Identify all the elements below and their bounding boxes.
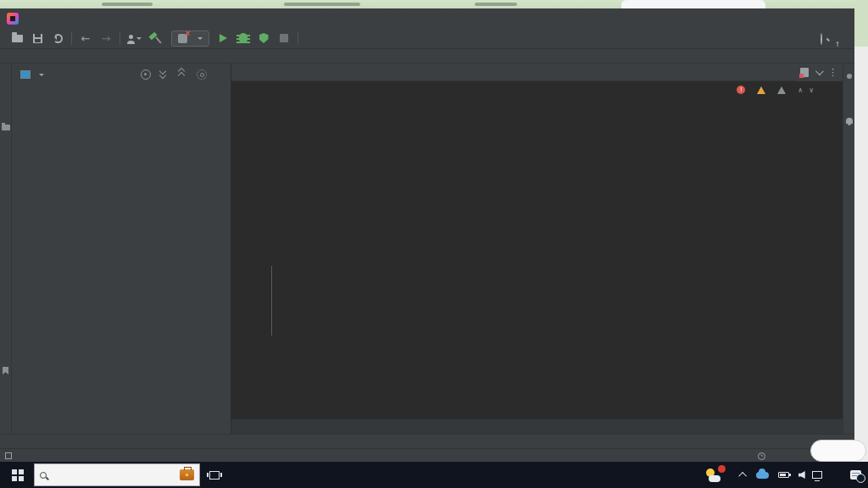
editor-tabs xyxy=(231,64,843,81)
right-tool-stripe xyxy=(843,64,854,434)
toolbar-separator xyxy=(71,31,72,45)
system-tray: × xyxy=(705,469,868,482)
chevron-down-icon xyxy=(198,37,203,42)
status-bar: T xyxy=(0,448,854,462)
stop-icon xyxy=(280,34,288,42)
open-folder-icon xyxy=(12,35,23,42)
tool-window-bar xyxy=(0,434,854,448)
fold-connector-line xyxy=(271,266,272,336)
code-editor[interactable] xyxy=(231,81,836,419)
notification-toast-fragment xyxy=(810,440,866,462)
profile-button[interactable] xyxy=(125,30,142,46)
run-configuration-select[interactable] xyxy=(171,30,209,47)
search-everywhere-button[interactable] xyxy=(821,34,822,44)
tool-window-switcher-icon[interactable] xyxy=(5,452,12,459)
project-panel xyxy=(12,64,231,434)
toolbar-separator xyxy=(298,31,298,45)
project-view-icon xyxy=(20,70,31,79)
left-tool-stripe xyxy=(0,64,12,434)
background-window-fragment xyxy=(284,3,360,6)
search-icon xyxy=(821,33,822,45)
back-arrow-icon: ← xyxy=(81,32,91,45)
background-task-icon[interactable] xyxy=(758,452,765,460)
expand-all-button[interactable] xyxy=(159,69,170,80)
stop-button[interactable] xyxy=(275,30,292,46)
weather-badge xyxy=(718,465,726,473)
main-toolbar: ← → xyxy=(0,28,854,49)
project-panel-header xyxy=(12,64,231,86)
task-view-button[interactable] xyxy=(200,462,229,488)
folder-stripe-icon[interactable] xyxy=(2,125,10,130)
next-problem-button[interactable]: ∨ xyxy=(809,86,814,94)
taskbar-search-input[interactable] xyxy=(34,463,200,486)
back-button[interactable]: ← xyxy=(77,30,94,46)
background-window-fragment xyxy=(102,3,153,6)
sync-button[interactable] xyxy=(49,30,66,46)
main-area: ⋮ ∧ ∨ xyxy=(0,64,854,434)
previous-problem-button[interactable]: ∧ xyxy=(798,86,803,94)
task-view-icon xyxy=(209,471,220,480)
onedrive-icon[interactable] xyxy=(756,472,769,479)
battery-icon[interactable] xyxy=(778,472,789,478)
toolbar-separator xyxy=(120,31,120,45)
toolbar-right-group xyxy=(821,28,843,49)
debug-button[interactable] xyxy=(235,30,252,46)
bug-icon xyxy=(239,33,248,43)
background-window-fragment xyxy=(475,3,517,6)
forward-arrow-icon: → xyxy=(102,32,111,45)
error-stripe[interactable] xyxy=(836,81,843,419)
tabs-chevron-down-icon[interactable] xyxy=(815,67,824,75)
chevron-down-icon xyxy=(136,37,142,42)
save-icon xyxy=(33,34,42,43)
briefcase-icon[interactable] xyxy=(180,469,194,480)
project-tree xyxy=(12,86,231,434)
chevron-down-icon xyxy=(39,74,44,79)
gear-icon[interactable] xyxy=(197,69,207,80)
start-button[interactable] xyxy=(0,462,34,488)
forward-button[interactable]: → xyxy=(97,30,114,46)
desktop-right-strip xyxy=(854,0,868,462)
warning-icon xyxy=(757,86,765,94)
ide-window: ← → xyxy=(0,8,854,462)
save-button[interactable] xyxy=(29,30,46,46)
network-icon[interactable] xyxy=(812,471,822,479)
select-opened-file-button[interactable] xyxy=(141,69,151,80)
weather-icon[interactable] xyxy=(705,469,722,482)
desktop-background-strip xyxy=(0,0,868,8)
run-button[interactable] xyxy=(214,30,231,46)
windows-taskbar: × xyxy=(0,462,868,488)
tabs-kebab-menu-icon[interactable]: ⋮ xyxy=(828,67,837,78)
notification-badge xyxy=(856,474,865,483)
coverage-shield-icon xyxy=(259,33,269,43)
bookmark-icon xyxy=(3,367,8,374)
notification-center-button[interactable] xyxy=(850,470,861,480)
hide-panel-button[interactable] xyxy=(215,69,225,80)
inspections-widget[interactable]: ∧ ∨ xyxy=(737,86,814,94)
tray-chevron-up-icon[interactable] xyxy=(738,472,747,480)
coverage-button[interactable] xyxy=(255,30,272,46)
breadcrumb xyxy=(0,49,854,64)
scala-file-icon xyxy=(800,68,809,77)
editor-area: ⋮ ∧ ∨ xyxy=(231,64,854,434)
search-icon xyxy=(40,472,47,479)
windows-logo-icon xyxy=(12,469,17,474)
background-browser-tab xyxy=(621,0,765,8)
build-button[interactable] xyxy=(146,30,163,46)
sync-icon xyxy=(53,34,63,43)
weak-warning-icon xyxy=(777,86,786,94)
screen: ← → xyxy=(0,0,868,488)
collapse-all-button[interactable] xyxy=(178,69,188,80)
run-config-error-icon xyxy=(178,34,187,43)
error-icon xyxy=(737,86,745,94)
hammer-icon xyxy=(148,32,160,44)
intellij-logo-icon xyxy=(7,13,19,25)
stripe-dot-icon[interactable] xyxy=(847,74,852,79)
volume-muted-button[interactable]: × xyxy=(798,471,803,480)
run-icon xyxy=(220,34,227,42)
editor-tabs-controls: ⋮ xyxy=(797,64,841,81)
project-panel-actions xyxy=(141,69,225,80)
open-button[interactable] xyxy=(8,30,25,46)
title-bar xyxy=(0,8,854,28)
editor-breadcrumb xyxy=(231,419,843,434)
bell-icon[interactable] xyxy=(846,118,853,124)
